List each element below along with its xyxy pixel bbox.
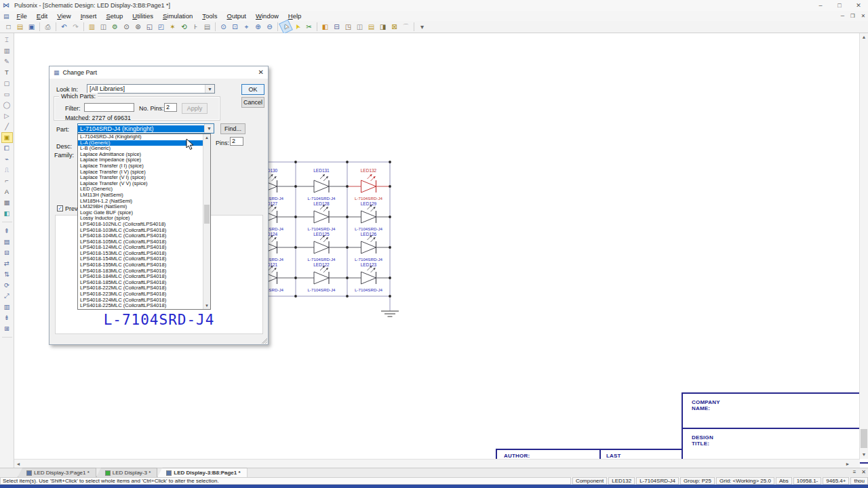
tab-led-display-3-[interactable]: LED Display-3 * <box>96 468 157 477</box>
component-ref[interactable]: LED132 <box>361 168 377 173</box>
swap-gates-icon[interactable]: ⇄ <box>1 258 13 269</box>
dynamic-edit-icon[interactable]: ✂ <box>303 22 315 32</box>
component-bin-icon[interactable]: ◳ <box>342 22 354 32</box>
filter-input[interactable] <box>84 103 134 112</box>
add-folder-icon[interactable]: ▥ <box>86 22 98 32</box>
cancel-button[interactable]: Cancel <box>241 97 264 108</box>
component-part-name[interactable]: L-7104SRD-J4 <box>308 287 336 292</box>
undo-icon[interactable]: ↶ <box>58 22 70 32</box>
menu-tools[interactable]: Tools <box>197 11 222 21</box>
tab-led-display-3-page1-[interactable]: LED Display-3:Page1 * <box>18 468 96 477</box>
minimize-button[interactable]: – <box>811 0 830 11</box>
menu-window[interactable]: Window <box>251 11 283 21</box>
vertical-scrollbar[interactable]: ▲ ▼ <box>859 33 868 459</box>
values-table-icon[interactable]: ◧ <box>319 22 331 32</box>
select-cursor-icon[interactable]: ➤ <box>279 20 293 35</box>
close-button[interactable]: ✕ <box>849 0 868 11</box>
component-ref[interactable]: LED122 <box>313 262 330 267</box>
lock-icon[interactable]: ⊠ <box>389 22 400 32</box>
find-button[interactable]: Find... <box>220 123 245 134</box>
menu-view[interactable]: View <box>52 11 75 21</box>
copy-pages-icon[interactable]: ◫ <box>354 22 366 32</box>
vertical-scroll-thumb[interactable] <box>861 429 867 448</box>
component-part-name[interactable]: L-7104SRD-J4 <box>355 287 382 292</box>
insert-shape-icon[interactable]: ▣ <box>1 132 13 143</box>
folder-yellow-icon[interactable]: ▤ <box>366 22 377 32</box>
look-in-combobox[interactable]: [All Libraries] ▼ <box>87 84 215 94</box>
preview-checkbox[interactable]: ✓ <box>57 205 63 211</box>
zoom-full-icon[interactable]: ⊙ <box>218 22 229 32</box>
zoom-area-icon[interactable]: ⌖ <box>241 22 252 32</box>
tab-led-display-3-b8-page1-[interactable]: LED Display-3:B8:Page1 * <box>157 468 247 477</box>
pull-tracks-icon[interactable]: ⇟ <box>1 312 13 323</box>
parts-gear-icon[interactable]: ⚙ <box>109 22 121 32</box>
tab-close-icon[interactable]: ✕ <box>861 469 866 475</box>
insert-text-icon[interactable]: T <box>1 67 13 78</box>
redo-icon[interactable]: ↷ <box>70 22 81 32</box>
new-file-icon[interactable]: □ <box>3 22 14 32</box>
menu-simulation[interactable]: Simulation <box>158 11 197 21</box>
component-part-name[interactable]: L-7104SRD-J4 <box>308 196 336 201</box>
cross-probe-icon[interactable]: ⊟ <box>1 247 13 258</box>
insert-signal-ref-icon[interactable]: ✎ <box>1 56 13 67</box>
component-ref[interactable]: LED126 <box>361 232 377 237</box>
dialog-close-icon[interactable]: ✕ <box>258 68 264 76</box>
reload-net-icon[interactable]: ⟳ <box>1 280 13 291</box>
insert-rounded-shape-icon[interactable]: ▢ <box>1 78 13 89</box>
component-part-name[interactable]: L-7104SRD-J4 <box>355 226 382 231</box>
ok-button[interactable]: OK <box>241 84 264 95</box>
tab-menu-icon[interactable]: ≡ <box>853 469 856 475</box>
insert-bitmap-icon[interactable]: ▦ <box>1 197 13 208</box>
led-symbol[interactable] <box>314 174 329 192</box>
led-symbol[interactable] <box>314 266 329 284</box>
insert-line-icon[interactable]: ╱ <box>1 121 13 132</box>
mdi-close-button[interactable]: ✕ <box>861 13 865 19</box>
maximize-button[interactable]: □ <box>830 0 849 11</box>
part-combobox[interactable]: L-7104SRD-J4 (Kingbright) ▼ <box>77 123 214 134</box>
component-part-name[interactable]: L-7104SRD-J4 <box>308 257 336 262</box>
open-folder-icon[interactable]: ▤ <box>14 22 26 32</box>
zoom-in-icon[interactable]: ⊕ <box>252 22 264 32</box>
component-ref[interactable]: LED125 <box>313 232 330 237</box>
insert-connection-icon[interactable]: ⌁ <box>1 154 13 165</box>
ledger-icon[interactable]: ◨ <box>377 22 389 32</box>
mdi-document-icon[interactable]: ▤ <box>3 13 9 20</box>
led-symbol[interactable] <box>361 266 376 284</box>
calculator-icon[interactable]: ⊟ <box>331 22 342 32</box>
push-tracks-icon[interactable]: ⇞ <box>1 226 13 237</box>
led-symbol[interactable] <box>361 235 376 253</box>
wizard-icon[interactable]: ✶ <box>167 22 178 32</box>
alt-select-cursor-icon[interactable]: ➤ <box>290 20 304 35</box>
mdi-restore-button[interactable]: ❐ <box>850 13 855 19</box>
sheet-list-icon[interactable]: ▥ <box>1 302 13 312</box>
component-part-name[interactable]: L-7104SRD-J4 <box>355 196 382 201</box>
pins-input[interactable]: 2 <box>230 137 243 146</box>
component-part-name[interactable]: L-7104SRD-J4 <box>308 226 336 231</box>
find-part-icon[interactable]: ⊙ <box>121 22 132 32</box>
save-icon[interactable]: ▣ <box>26 22 37 32</box>
insert-triangle-icon[interactable]: ▷ <box>1 110 13 121</box>
part-list-item[interactable]: LPS4018-225MLC (CoilcraftLPS4018) <box>78 303 203 309</box>
list-scrollbar[interactable]: ▲ ▼ <box>203 134 210 309</box>
component-ref[interactable]: LED123 <box>361 262 377 267</box>
insert-pad-icon[interactable]: ▥ <box>1 45 13 56</box>
component-ref[interactable]: LED128 <box>313 201 330 206</box>
scroll-down-arrow[interactable]: ▼ <box>860 451 868 459</box>
menu-file[interactable]: File <box>12 11 32 21</box>
dialog-resize-grip[interactable] <box>261 338 267 344</box>
chevron-down-icon[interactable]: ▼ <box>205 85 214 93</box>
menu-output[interactable]: Output <box>222 11 251 21</box>
copy-shape-icon[interactable]: ⧠ <box>1 143 13 154</box>
mdi-minimize-button[interactable]: ─ <box>841 13 844 19</box>
menu-setup[interactable]: Setup <box>101 11 127 21</box>
refresh-icon[interactable]: ⟲ <box>178 22 190 32</box>
curve-tool-icon[interactable]: ⌒ <box>400 22 412 32</box>
library-book-icon[interactable]: ◫ <box>98 22 109 32</box>
wire-corner-icon[interactable]: ⌐ <box>1 176 13 186</box>
view-grid-icon[interactable]: ◰ <box>155 22 167 32</box>
list-scroll-up-arrow[interactable]: ▲ <box>203 134 210 141</box>
led-symbol[interactable] <box>314 205 329 223</box>
print-icon[interactable]: ⎙ <box>42 22 54 32</box>
menu-edit[interactable]: Edit <box>32 11 52 21</box>
report-sheet-icon[interactable]: ▤ <box>201 22 213 32</box>
